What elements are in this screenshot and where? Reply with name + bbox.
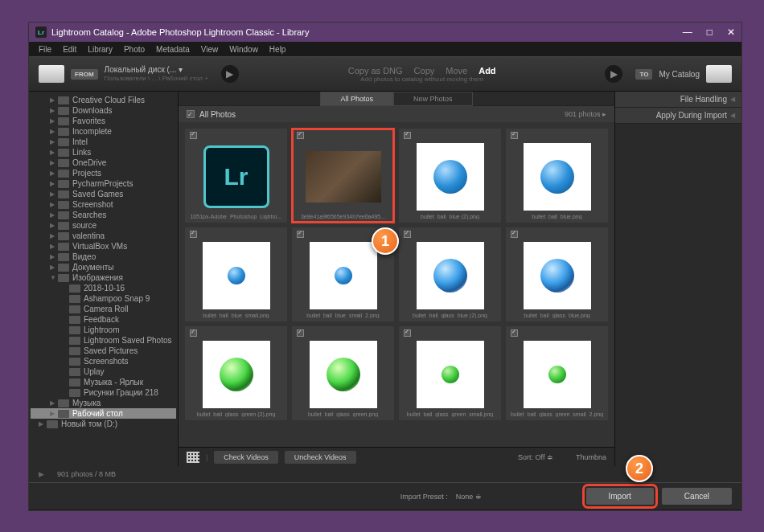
tree-item[interactable]: Saved Pictures [31, 346, 176, 356]
thumbnail-cell[interactable]: Lr1051px-Adobe_Photoshop_Lightro... [185, 129, 287, 223]
tree-item[interactable]: VirtualBox VMs [31, 241, 176, 252]
tree-item[interactable]: Документы [31, 262, 176, 272]
panel-apply-during-import[interactable]: Apply During Import◀ [615, 108, 741, 124]
select-all-checkbox[interactable] [187, 110, 195, 118]
op-copy[interactable]: Copy [414, 66, 435, 76]
tree-item[interactable]: Lightroom Saved Photos [31, 335, 176, 346]
grid-view-icon[interactable] [187, 452, 199, 463]
maximize-button[interactable]: □ [707, 27, 713, 38]
menu-window[interactable]: Window [224, 43, 263, 55]
menu-help[interactable]: Help [265, 43, 291, 55]
close-button[interactable]: ✕ [727, 27, 735, 38]
menu-edit[interactable]: Edit [58, 43, 81, 55]
op-move[interactable]: Move [446, 66, 467, 76]
tree-item[interactable]: Saved Games [31, 189, 176, 199]
tree-item[interactable]: Camera Roll [31, 304, 176, 314]
tree-item[interactable]: Видео [31, 252, 176, 262]
ball-icon [327, 358, 360, 391]
thumb-checkbox[interactable] [190, 132, 197, 139]
thumb-checkbox[interactable] [404, 132, 411, 139]
thumbnail-cell[interactable]: bullet_ball_glass_green_small_2.png [506, 326, 608, 420]
thumbnail-cell[interactable]: bullet_ball_glass_green (2).png [185, 326, 287, 420]
thumbnail-cell[interactable]: bullet_ball_glass_blue (2).png [399, 227, 501, 321]
sort-value[interactable]: Off [536, 453, 545, 461]
tree-item[interactable]: Intel [31, 137, 176, 147]
tree-item[interactable]: Рисунки Грации 218 [31, 387, 176, 398]
tree-item[interactable]: Ashampoo Snap 9 [31, 293, 176, 304]
app-window: Lr Lightroom Catalog - Adobe Photoshop L… [28, 22, 742, 511]
ball-icon [540, 259, 574, 293]
tree-item[interactable]: Screenshot [31, 199, 176, 210]
thumbnail-cell[interactable]: bullet_ball_glass_blue.png [506, 227, 608, 321]
tab-new-photos[interactable]: New Photos [393, 92, 473, 106]
tree-label: Новый том (D:) [61, 419, 117, 428]
tree-item[interactable]: Рабочий стол [31, 408, 176, 419]
tree-item[interactable]: source [31, 220, 176, 231]
tab-all-photos[interactable]: All Photos [320, 92, 393, 106]
thumbnail-cell[interactable]: bullet_ball_glass_green_small.png [399, 326, 501, 420]
check-videos-button[interactable]: Check Videos [214, 451, 277, 464]
tree-item[interactable]: OneDrive [31, 158, 176, 168]
tree-item[interactable]: 2018-10-16 [31, 283, 176, 293]
thumb-checkbox[interactable] [511, 231, 518, 238]
tree-item[interactable]: Музыка - Ярлык [31, 377, 176, 387]
folder-icon [69, 326, 80, 334]
tree-label: Projects [72, 169, 101, 178]
thumb-checkbox[interactable] [511, 132, 518, 139]
thumb-checkbox[interactable] [404, 329, 411, 337]
tree-item[interactable]: PycharmProjects [31, 178, 176, 189]
thumb-checkbox[interactable] [404, 231, 411, 238]
tree-label: Camera Roll [84, 305, 129, 313]
content-tabs: All Photos New Photos [179, 92, 614, 106]
import-preset[interactable]: Import Preset : None ≑ [400, 493, 482, 501]
menu-file[interactable]: File [34, 43, 56, 55]
dest-arrow-icon[interactable]: ▶ [605, 65, 622, 83]
thumb-checkbox[interactable] [297, 132, 304, 139]
tree-item[interactable]: Downloads [31, 105, 176, 116]
source-arrow-icon[interactable]: ▶ [221, 65, 239, 83]
thumb-checkbox[interactable] [190, 329, 197, 337]
tree-item[interactable]: Feedback [31, 314, 176, 325]
tree-item[interactable]: Links [31, 147, 176, 158]
menu-photo[interactable]: Photo [119, 43, 150, 55]
play-icon[interactable]: ▶ [39, 470, 44, 478]
thumbnail-cell[interactable]: 3e8e41a9f6565e934h7ee0a495... [292, 129, 394, 223]
tree-item[interactable]: Favorites [31, 116, 176, 126]
tree-label: Screenshot [72, 200, 113, 209]
tree-item[interactable]: Projects [31, 168, 176, 178]
import-button[interactable]: Import [586, 488, 654, 505]
menu-metadata[interactable]: Metadata [151, 43, 195, 55]
folder-icon [58, 107, 69, 115]
op-add[interactable]: Add [479, 66, 495, 76]
ball-icon [335, 267, 352, 284]
thumbnail-image [417, 341, 484, 408]
thumbnail-cell[interactable]: bullet_ball_blue.png [506, 129, 608, 223]
tree-item[interactable]: Изображения [31, 272, 176, 283]
thumb-checkbox[interactable] [297, 231, 304, 238]
op-copy-dng[interactable]: Copy as DNG [348, 66, 403, 76]
tree-item[interactable]: Музыка [31, 398, 176, 408]
tree-item[interactable]: valentina [31, 231, 176, 241]
thumbnail-cell[interactable]: bullet_ball_blue_small.png [185, 227, 287, 321]
thumb-checkbox[interactable] [511, 329, 518, 337]
tree-item[interactable]: Новый том (D:) [31, 419, 176, 429]
tree-item[interactable]: Searches [31, 210, 176, 220]
cancel-button[interactable]: Cancel [662, 488, 732, 505]
thumbnail-cell[interactable]: bullet_ball_glass_green.png [292, 326, 394, 420]
minimize-button[interactable]: — [683, 27, 692, 38]
tree-item[interactable]: Creative Cloud Files [31, 95, 176, 105]
tree-item[interactable]: Incomplete [31, 126, 176, 137]
source-disk[interactable]: Локальный диск (... ▾ [105, 65, 208, 75]
thumb-checkbox[interactable] [297, 329, 304, 337]
tree-item[interactable]: Screenshots [31, 356, 176, 366]
menu-library[interactable]: Library [83, 43, 117, 55]
menu-view[interactable]: View [196, 43, 224, 55]
thumb-checkbox[interactable] [190, 231, 197, 238]
panel-file-handling[interactable]: File Handling◀ [615, 92, 741, 108]
right-panel: File Handling◀ Apply During Import◀ [614, 92, 741, 466]
tree-item[interactable]: Lightroom [31, 325, 176, 335]
tree-label: OneDrive [72, 158, 106, 167]
thumbnail-cell[interactable]: bullet_ball_blue (2).png [399, 129, 501, 223]
tree-item[interactable]: Uplay [31, 366, 176, 377]
uncheck-videos-button[interactable]: Uncheck Videos [285, 451, 356, 464]
